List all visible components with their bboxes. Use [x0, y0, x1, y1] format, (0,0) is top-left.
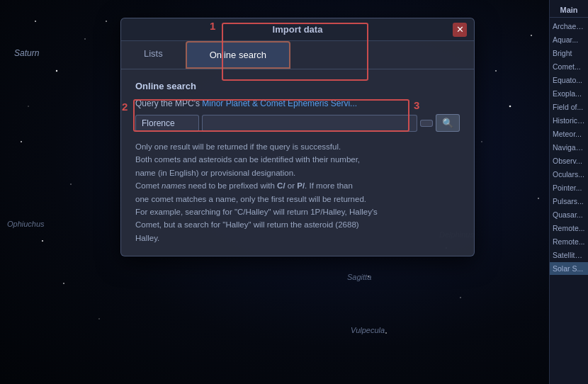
sidebar-item-oculars[interactable]: Oculars...	[550, 168, 588, 181]
sidebar-item-remote2[interactable]: Remote...	[550, 235, 588, 248]
sidebar-item-satellite[interactable]: Satellite...	[550, 249, 588, 261]
sky-label-vulpecula: Vulpecula	[351, 326, 385, 334]
mpc-link[interactable]: Minor Planet & Comet Ephemeris Servi...	[202, 98, 357, 108]
sky-label-ophiuchus: Ophiuchus	[7, 220, 45, 228]
clear-button[interactable]	[420, 120, 433, 127]
sidebar-item-equato[interactable]: Equato...	[550, 74, 588, 86]
query-label-text: Query the MPC's	[135, 98, 200, 108]
query-description: Query the MPC's Minor Planet & Comet Eph…	[135, 98, 460, 108]
modal-body: Online search Query the MPC's Minor Plan…	[121, 69, 474, 256]
sidebar-item-remote1[interactable]: Remote...	[550, 222, 588, 235]
sidebar-title: Main	[550, 3, 588, 18]
sidebar-item-quasar[interactable]: Quasar...	[550, 208, 588, 221]
modal-close-button[interactable]: ✕	[453, 23, 467, 37]
search-icon: 🔍	[442, 118, 453, 128]
sidebar-item-historica[interactable]: Historica...	[550, 114, 588, 127]
tab-online-search[interactable]: Online search	[186, 41, 290, 69]
online-search-section-title: Online search	[135, 81, 460, 91]
modal-title: Import data	[273, 24, 323, 35]
sidebar-item-meteor[interactable]: Meteor...	[550, 128, 588, 140]
sky-label-sagitta: Sagitta	[347, 273, 371, 281]
query-name-input[interactable]	[135, 115, 199, 132]
sidebar-item-comet[interactable]: Comet...	[550, 60, 588, 73]
import-data-modal: Import data ✕ Lists Online search Online…	[120, 18, 475, 256]
tab-bar: Lists Online search	[121, 41, 474, 69]
modal-header: Import data ✕	[121, 18, 474, 41]
sidebar: Main Archaeo... Aquar... Bright Comet...…	[549, 0, 588, 384]
sidebar-item-exopla[interactable]: Exopla...	[550, 87, 588, 100]
query-extra-input[interactable]	[202, 115, 417, 132]
sidebar-item-pointer[interactable]: Pointer...	[550, 181, 588, 194]
sky-label-saturn: Saturn	[14, 48, 39, 58]
info-text-block: Only one result will be returned if the …	[135, 140, 460, 244]
sidebar-item-solar[interactable]: Solar S...	[550, 262, 588, 275]
sidebar-item-observ[interactable]: Observ...	[550, 154, 588, 167]
sidebar-item-pulsars[interactable]: Pulsars...	[550, 195, 588, 208]
tab-lists[interactable]: Lists	[121, 41, 186, 69]
search-button[interactable]: 🔍	[436, 114, 460, 132]
sidebar-item-archaeo[interactable]: Archaeo...	[550, 20, 588, 33]
sidebar-item-aquar[interactable]: Aquar...	[550, 33, 588, 46]
sidebar-item-navigati[interactable]: Navigati...	[550, 141, 588, 154]
sidebar-item-bright[interactable]: Bright	[550, 47, 588, 60]
sidebar-item-field[interactable]: Field of...	[550, 101, 588, 113]
query-input-row: 🔍	[135, 114, 460, 132]
